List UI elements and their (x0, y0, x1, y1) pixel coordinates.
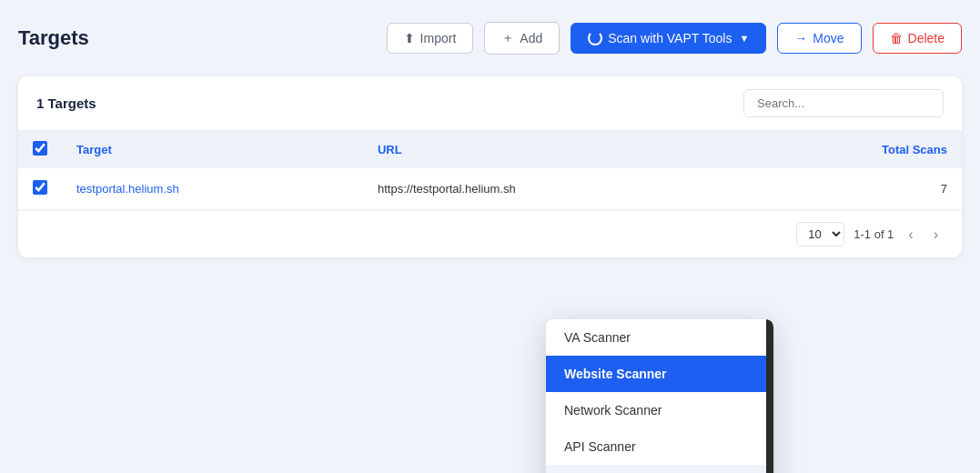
import-button[interactable]: ⬆ Import (387, 23, 474, 54)
select-all-header (18, 131, 62, 168)
move-button[interactable]: → Move (777, 23, 861, 54)
row-target[interactable]: testportal.helium.sh (62, 168, 363, 210)
per-page-select[interactable]: 10 25 50 (796, 222, 844, 247)
dropdown-item-network-scanner[interactable]: Network Scanner (546, 392, 773, 428)
chevron-down-icon: ▼ (739, 33, 749, 44)
page-title: Targets (18, 26, 376, 50)
targets-table: Target URL Total Scans testportal.helium… (18, 131, 962, 210)
table-subheader: 1 Targets (18, 76, 962, 131)
add-icon: ＋ (501, 30, 514, 46)
table-row: testportal.helium.sh https://testportal.… (18, 168, 962, 210)
scan-vapt-button[interactable]: Scan with VAPT Tools ▼ (571, 23, 766, 54)
delete-button[interactable]: 🗑 Delete (873, 23, 962, 54)
add-button[interactable]: ＋ Add (484, 22, 560, 55)
table-header-row: Target URL Total Scans (18, 131, 962, 168)
dropdown-item-api-scanner[interactable]: API Scanner (546, 428, 773, 465)
row-url: https://testportal.helium.sh (363, 168, 745, 210)
website-scanner-label: Website Scanner (564, 367, 667, 381)
scrollbar (766, 319, 773, 473)
move-icon: → (794, 31, 807, 45)
import-icon: ⬆ (404, 31, 415, 45)
row-checkbox[interactable] (33, 180, 47, 195)
delete-label: Delete (908, 31, 945, 45)
scan-dropdown: VA Scanner Website Scanner Network Scann… (546, 319, 773, 473)
page-info: 1-1 of 1 (854, 227, 894, 241)
select-all-checkbox[interactable] (33, 141, 47, 156)
pentest-tools-header: Pentest Tools (546, 465, 773, 473)
scan-spinner-icon (588, 31, 602, 45)
trash-icon: 🗑 (890, 31, 903, 45)
api-scanner-label: API Scanner (564, 439, 636, 454)
row-checkbox-cell (18, 168, 62, 210)
prev-page-button[interactable]: ‹ (903, 225, 918, 245)
va-scanner-label: VA Scanner (564, 330, 631, 345)
targets-count: 1 Targets (36, 96, 96, 111)
table-container: 1 Targets Target URL Total Scans (18, 76, 962, 257)
dropdown-item-website-scanner[interactable]: Website Scanner (546, 356, 773, 392)
scan-label: Scan with VAPT Tools (608, 31, 732, 45)
move-label: Move (813, 31, 844, 45)
network-scanner-label: Network Scanner (564, 403, 662, 418)
col-total-scans: Total Scans (745, 131, 962, 168)
pagination-row: 10 25 50 1-1 of 1 ‹ › (18, 210, 962, 257)
col-target: Target (62, 131, 363, 168)
import-label: Import (420, 31, 457, 45)
dropdown-item-va-scanner[interactable]: VA Scanner (546, 319, 773, 356)
search-input[interactable] (743, 89, 944, 117)
row-total-scans: 7 (745, 168, 962, 210)
next-page-button[interactable]: › (928, 225, 944, 245)
add-label: Add (520, 31, 542, 45)
col-url: URL (363, 131, 745, 168)
